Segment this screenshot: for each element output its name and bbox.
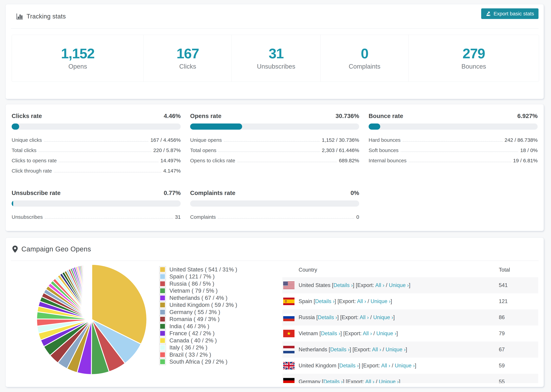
legend-item-vietnam[interactable]: Vietnam ( 79 / 5% ) xyxy=(159,287,237,294)
stat-box-unsubscribes: 31Unsubscribes xyxy=(232,35,320,82)
stat-box-complaints: 0Complaints xyxy=(321,35,409,82)
geo-opens-legend: United States ( 541 / 31% )Spain ( 121 /… xyxy=(159,266,237,365)
legend-item-united-kingdom[interactable]: United Kingdom ( 59 / 3% ) xyxy=(159,301,237,309)
progress-bar-track xyxy=(190,124,359,130)
progress-bar-fill xyxy=(369,124,380,130)
flag-us-icon xyxy=(283,281,295,289)
details-link[interactable]: Details › xyxy=(339,363,359,369)
legend-item-brazil[interactable]: Brazil ( 33 / 2% ) xyxy=(159,351,237,358)
rate-value: 0.77% xyxy=(164,189,181,196)
export-unique-link[interactable]: Unique › xyxy=(389,282,409,288)
detail-label: Unique opens xyxy=(190,137,222,143)
details-link[interactable]: Details › xyxy=(330,347,350,352)
detail-label: Unsubscribes xyxy=(12,214,43,220)
legend-item-india[interactable]: India ( 46 / 3% ) xyxy=(159,323,237,330)
geo-table-row-gb: United Kingdom [Details ›] [Export: All … xyxy=(282,358,538,374)
rate-detail-row: Opens to clicks rate689.82% xyxy=(190,158,359,163)
legend-label: United States ( 541 / 31% ) xyxy=(170,266,237,273)
legend-label: Romania ( 49 / 3% ) xyxy=(170,316,219,322)
rate-detail-row: Hard bounces242 / 86.738% xyxy=(369,137,538,143)
legend-item-netherlands[interactable]: Netherlands ( 67 / 4% ) xyxy=(159,294,237,301)
legend-item-spain[interactable]: Spain ( 121 / 7% ) xyxy=(159,273,237,280)
legend-item-south-africa[interactable]: South Africa ( 29 / 2% ) xyxy=(159,358,237,365)
rate-title: Unsubscribe rate xyxy=(12,189,61,196)
rate-block-unsubscribe-rate: Unsubscribe rate0.77%Unsubscribes31 xyxy=(12,189,181,224)
legend-color-swatch xyxy=(159,323,166,330)
export-basic-stats-button[interactable]: Export basic stats xyxy=(481,8,538,19)
dotted-leader xyxy=(59,162,158,162)
country-total: 59 xyxy=(499,358,505,374)
export-all-link[interactable]: All › xyxy=(357,298,366,304)
details-link[interactable]: Details › xyxy=(321,330,340,336)
details-link[interactable]: Details › xyxy=(333,282,353,288)
geo-table-row-ru: Russia [Details ›] [Export: All › / Uniq… xyxy=(282,309,538,325)
dotted-leader xyxy=(403,141,502,142)
progress-bar-fill xyxy=(12,124,19,130)
detail-value: 242 / 86.738% xyxy=(505,137,538,143)
details-link[interactable]: Details › xyxy=(318,314,337,320)
page-title: Tracking stats xyxy=(27,13,66,20)
geo-opens-body: United States ( 541 / 31% )Spain ( 121 /… xyxy=(6,261,544,387)
dotted-leader xyxy=(38,152,151,152)
legend-label: India ( 46 / 3% ) xyxy=(170,323,209,329)
export-all-link[interactable]: All › xyxy=(381,363,390,369)
export-unique-link[interactable]: Unique › xyxy=(370,298,390,304)
export-all-link[interactable]: All › xyxy=(365,379,374,383)
country-name: Russia xyxy=(299,314,316,320)
legend-item-france[interactable]: France ( 42 / 2% ) xyxy=(159,330,237,337)
detail-label: Internal bounces xyxy=(369,158,407,163)
flag-gb-icon xyxy=(283,362,295,369)
legend-item-russia[interactable]: Russia ( 86 / 5% ) xyxy=(159,280,237,287)
rate-value: 0% xyxy=(350,189,359,196)
export-unique-link[interactable]: Unique › xyxy=(379,379,399,383)
country-total: 541 xyxy=(499,277,508,293)
progress-bar-fill xyxy=(12,200,13,207)
geo-opens-pie-chart[interactable] xyxy=(35,263,149,377)
export-all-link[interactable]: All › xyxy=(360,314,369,320)
legend-item-united-states[interactable]: United States ( 541 / 31% ) xyxy=(159,266,237,273)
legend-color-swatch xyxy=(159,266,166,273)
rate-detail-row: Unsubscribes31 xyxy=(12,214,181,220)
stat-label: Clicks xyxy=(179,63,196,70)
detail-label: Hard bounces xyxy=(369,137,401,143)
stat-label: Complaints xyxy=(349,63,380,70)
legend-item-germany[interactable]: Germany ( 55 / 3% ) xyxy=(159,308,237,316)
rate-value: 4.46% xyxy=(164,112,181,119)
progress-bar-track xyxy=(12,124,181,130)
export-unique-link[interactable]: Unique › xyxy=(373,314,393,320)
geo-table-header-row: Country Total xyxy=(282,262,538,277)
export-all-link[interactable]: All › xyxy=(375,282,384,288)
export-unique-link[interactable]: Unique › xyxy=(395,363,415,369)
legend-item-canada[interactable]: Canada ( 40 / 2% ) xyxy=(159,337,237,344)
rate-title: Clicks rate xyxy=(12,112,42,119)
export-all-link[interactable]: All › xyxy=(372,347,381,352)
rate-value: 6.927% xyxy=(517,112,538,119)
progress-bar-fill xyxy=(190,124,242,130)
details-link[interactable]: Details › xyxy=(323,379,343,383)
export-all-link[interactable]: All › xyxy=(363,330,372,336)
rate-block-clicks-rate: Clicks rate4.46%Unique clicks167 / 4.456… xyxy=(12,112,181,178)
legend-color-swatch xyxy=(159,273,166,280)
rate-detail-row: Soft bounces18 / 0% xyxy=(369,147,538,153)
export-unique-link[interactable]: Unique › xyxy=(386,347,406,352)
rate-title: Complaints rate xyxy=(190,189,235,196)
legend-color-swatch xyxy=(159,351,166,358)
detail-value: 689.82% xyxy=(339,158,359,163)
flag-es-icon xyxy=(283,298,295,305)
stat-value: 279 xyxy=(463,47,485,61)
export-unique-link[interactable]: Unique › xyxy=(376,330,396,336)
map-pin-icon xyxy=(12,245,18,253)
tracking-stats-card: Tracking stats Export basic stats 1,152O… xyxy=(6,4,544,99)
details-link[interactable]: Details › xyxy=(315,298,335,304)
legend-label: Italy ( 36 / 2% ) xyxy=(170,344,207,351)
legend-color-swatch xyxy=(159,301,166,308)
legend-label: Canada ( 40 / 2% ) xyxy=(170,337,217,344)
stat-label: Unsubscribes xyxy=(257,63,295,70)
detail-label: Complaints xyxy=(190,214,216,220)
detail-value: 167 / 4.456% xyxy=(150,137,181,143)
geo-table-row-de: Germany [Details ›] [Export: All › / Uni… xyxy=(282,374,538,383)
rate-detail-row: Total clicks220 / 5.87% xyxy=(12,147,181,153)
detail-label: Total clicks xyxy=(12,147,36,153)
legend-item-italy[interactable]: Italy ( 36 / 2% ) xyxy=(159,344,237,351)
legend-item-romania[interactable]: Romania ( 49 / 3% ) xyxy=(159,316,237,323)
